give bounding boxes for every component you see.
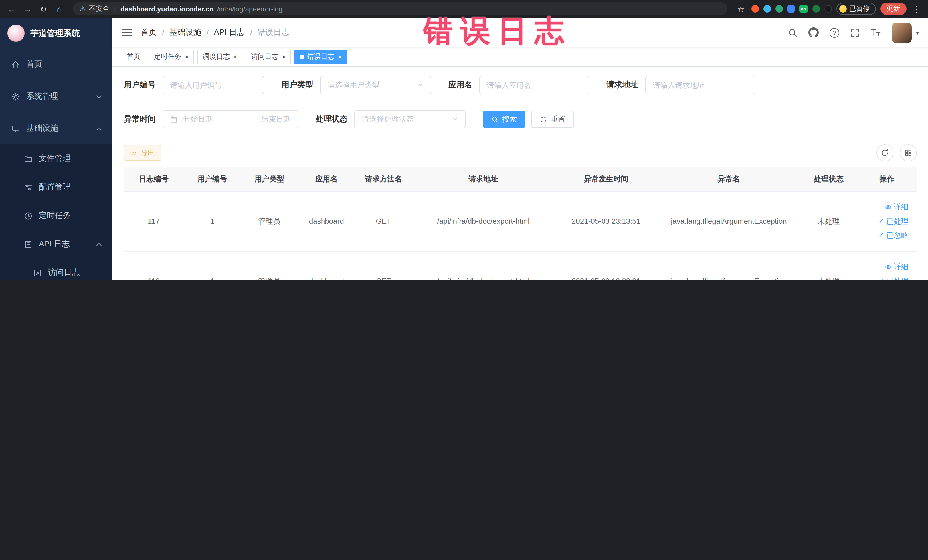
extension-icon[interactable]: [751, 5, 759, 12]
close-icon[interactable]: ×: [282, 53, 286, 61]
sidebar-item-infrastructure[interactable]: 基础设施: [0, 112, 112, 144]
column-header: 用户编号: [184, 167, 241, 191]
browser-back-icon[interactable]: ←: [6, 4, 17, 14]
screen: ← → ↻ ⌂ ⚠ 不安全 | dashboard.yudao.iocoder.…: [0, 0, 928, 280]
sidebar-item-label: API 日志: [39, 239, 70, 249]
user-id-input[interactable]: [163, 76, 264, 94]
breadcrumb-item[interactable]: 首页: [141, 27, 157, 38]
export-button-label: 导出: [141, 148, 155, 158]
detail-link[interactable]: 详细: [859, 200, 908, 214]
close-icon[interactable]: ×: [185, 53, 189, 61]
browser-forward-icon[interactable]: →: [22, 4, 33, 14]
chevron-up-icon: [95, 124, 103, 133]
filter-label: 用户类型: [281, 80, 313, 90]
close-icon[interactable]: ×: [338, 53, 342, 61]
filter-label: 请求地址: [606, 80, 638, 90]
cell-log-id: 116: [124, 251, 184, 280]
exception-time-range-picker[interactable]: 开始日期 - 结束日期: [163, 110, 298, 128]
sidebar-item-system[interactable]: 系统管理: [0, 81, 112, 112]
browser-home-icon[interactable]: ⌂: [53, 4, 65, 14]
processed-link[interactable]: ✓已处理: [859, 214, 908, 228]
tag-home[interactable]: 首页: [122, 49, 145, 64]
check-icon: ✓: [878, 274, 884, 280]
extension-icon[interactable]: [812, 5, 820, 12]
sidebar-item-label: 系统管理: [26, 91, 58, 102]
app-logo[interactable]: 芋道管理系统: [0, 18, 112, 49]
error-log-table: 日志编号 用户编号 用户类型 应用名 请求方法名 请求地址 异常发生时间 异常名…: [124, 167, 917, 280]
browser-menu-icon[interactable]: ⋮: [911, 4, 922, 14]
user-type-select[interactable]: 请选择用户类型: [320, 76, 431, 94]
url-path: /infra/log/api-error-log: [217, 5, 282, 13]
filter-label: 处理状态: [316, 114, 348, 124]
request-url-input[interactable]: [645, 76, 756, 94]
sidebar-item-file-management[interactable]: 文件管理: [0, 144, 112, 173]
tag-label: 错误日志: [307, 52, 334, 62]
detail-link[interactable]: 详细: [859, 259, 908, 274]
cell-status: 未处理: [800, 251, 857, 280]
breadcrumb-item[interactable]: API 日志: [214, 27, 245, 38]
cell-time: 2021-05-03 23:13:51: [554, 191, 657, 251]
table-header-row: 日志编号 用户编号 用户类型 应用名 请求方法名 请求地址 异常发生时间 异常名…: [124, 167, 917, 191]
close-icon[interactable]: ×: [234, 53, 237, 61]
refresh-table-button[interactable]: [876, 144, 893, 162]
reset-button-label: 重置: [551, 114, 565, 124]
extension-icon[interactable]: [775, 5, 783, 12]
paused-badge[interactable]: 已暂停: [836, 3, 876, 15]
sidebar-item-label: 首页: [26, 60, 42, 70]
app-name-input[interactable]: [479, 76, 589, 94]
ignored-link[interactable]: ✓已忽略: [859, 228, 908, 243]
github-icon[interactable]: [809, 27, 819, 38]
extension-icon[interactable]: [763, 5, 771, 12]
main-area: 首页 / 基础设施 / API 日志 / 错误日志 ?: [112, 18, 928, 280]
export-button[interactable]: 导出: [124, 145, 162, 161]
monitor-icon: [11, 124, 20, 133]
check-icon: ✓: [878, 214, 884, 228]
security-label: 不安全: [89, 4, 110, 14]
tag-scheduled-tasks[interactable]: 定时任务 ×: [149, 49, 194, 64]
clock-icon: [24, 211, 32, 220]
end-date-placeholder: 结束日期: [261, 114, 291, 124]
search-icon[interactable]: [788, 27, 798, 37]
browser-update-button[interactable]: 更新: [880, 3, 906, 15]
sidebar-item-label: 配置管理: [39, 182, 71, 192]
user-menu[interactable]: ▾: [892, 23, 919, 43]
browser-refresh-icon[interactable]: ↻: [38, 4, 49, 14]
search-button[interactable]: 搜索: [483, 111, 525, 128]
extension-on-icon[interactable]: on: [799, 5, 807, 12]
tag-access-log[interactable]: 访问日志 ×: [246, 49, 291, 64]
app-title: 芋道管理系统: [30, 27, 80, 38]
tag-schedule-log[interactable]: 调度日志 ×: [197, 49, 243, 64]
document-edit-icon: [33, 269, 42, 277]
breadcrumb-item[interactable]: 基础设施: [169, 27, 201, 38]
sidebar-item-config-management[interactable]: 配置管理: [0, 173, 112, 201]
user-avatar: [892, 23, 912, 43]
extension-icon[interactable]: [824, 5, 832, 12]
tag-error-log[interactable]: 错误日志 ×: [295, 49, 347, 64]
font-size-icon[interactable]: [871, 28, 881, 37]
sidebar-item-api-log[interactable]: API 日志: [0, 230, 112, 258]
process-status-select[interactable]: 请选择处理状态: [354, 110, 466, 128]
sidebar-toggle-icon[interactable]: [122, 28, 132, 37]
cell-app-name: dashboard: [298, 191, 355, 251]
sidebar-item-scheduled-tasks[interactable]: 定时任务: [0, 201, 112, 230]
reset-button[interactable]: 重置: [531, 111, 574, 128]
fullscreen-icon[interactable]: [850, 27, 860, 37]
sliders-icon: [24, 183, 32, 191]
bookmark-star-icon[interactable]: ☆: [735, 4, 746, 14]
search-icon: [491, 116, 499, 123]
processed-link[interactable]: ✓已处理: [859, 274, 908, 280]
cell-time: 2021-05-03 12:02:31: [554, 251, 657, 280]
page-content: 用户编号 用户类型 请选择用户类型 应用名: [112, 67, 928, 280]
cell-app-name: dashboard: [298, 251, 355, 280]
sidebar-item-home[interactable]: 首页: [0, 49, 112, 81]
help-icon[interactable]: ?: [830, 27, 839, 37]
address-bar[interactable]: ⚠ 不安全 | dashboard.yudao.iocoder.cn /infr…: [73, 2, 727, 15]
cell-user-type: 管理员: [241, 191, 298, 251]
sidebar-item-access-log[interactable]: 访问日志: [0, 258, 112, 280]
extension-icon[interactable]: [787, 5, 795, 12]
table-row: 117 1 管理员 dashboard GET /api/infra/db-do…: [124, 191, 917, 251]
column-settings-button[interactable]: [899, 144, 917, 162]
breadcrumb-separator: /: [206, 28, 209, 37]
eye-icon: [885, 203, 891, 210]
download-icon: [131, 150, 137, 156]
